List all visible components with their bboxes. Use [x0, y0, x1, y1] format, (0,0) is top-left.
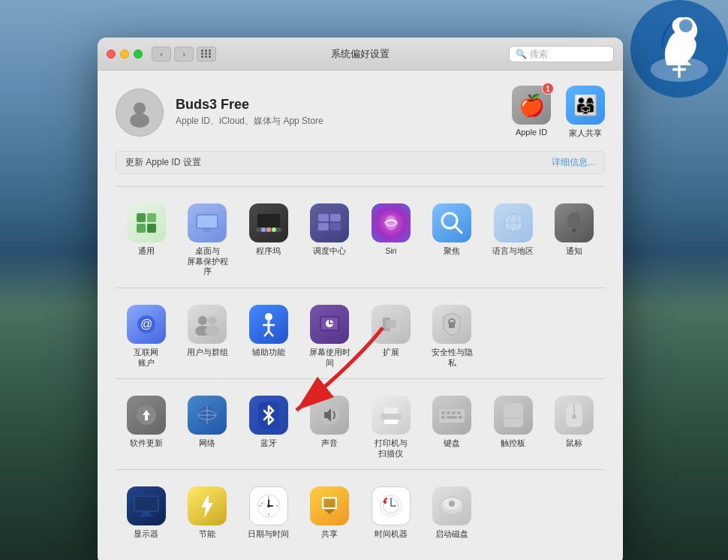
- svg-point-1: [679, 19, 693, 32]
- dock-icon: [249, 203, 288, 242]
- update-link[interactable]: 详细信息...: [552, 156, 595, 169]
- svg-rect-64: [447, 416, 457, 419]
- icon-sound[interactable]: 声音: [299, 391, 361, 463]
- icon-sharing[interactable]: 共享: [299, 482, 361, 544]
- maximize-button[interactable]: [134, 50, 143, 59]
- icon-users[interactable]: 用户与群组: [177, 300, 239, 372]
- avatar: [116, 89, 164, 137]
- icon-network[interactable]: 网络: [177, 391, 239, 463]
- svg-point-14: [266, 227, 271, 232]
- svg-line-22: [455, 226, 462, 233]
- general-label: 通用: [138, 246, 155, 257]
- icon-bluetooth[interactable]: 蓝牙: [238, 391, 299, 463]
- icon-mouse[interactable]: 鼠标: [544, 391, 606, 463]
- sharing-label: 共享: [321, 529, 338, 540]
- icon-energy[interactable]: 节能: [177, 482, 239, 544]
- traffic-lights: [107, 50, 143, 59]
- general-icon: [127, 203, 166, 242]
- svg-text:@: @: [140, 318, 152, 330]
- svg-rect-16: [318, 214, 329, 221]
- icon-extensions[interactable]: 扩展: [360, 300, 422, 372]
- icon-notify[interactable]: 通知: [544, 199, 606, 282]
- apple-id-icon: 🍎 1: [512, 86, 551, 125]
- quick-icons: 🍎 1 Apple ID 👨‍👩‍👧 家人共享: [512, 86, 605, 139]
- icon-siri[interactable]: Siri: [360, 199, 422, 282]
- svg-rect-66: [504, 403, 523, 427]
- svg-rect-11: [257, 214, 280, 229]
- title-bar: ‹ › 系统偏好设置 🔍: [98, 38, 623, 71]
- top-divider: [116, 186, 605, 187]
- energy-icon: [188, 486, 227, 525]
- user-subtitle: Apple ID、iCloud、媒体与 App Store: [176, 115, 512, 128]
- icon-internet[interactable]: @ 互联网账户: [116, 300, 177, 372]
- section-2-grid: @ 互联网账户 用户与群组 辅助功能 屏幕使用时间: [116, 300, 605, 372]
- trackpad-icon: [494, 396, 533, 435]
- display-icon: [127, 486, 166, 525]
- icon-access[interactable]: 辅助功能: [238, 300, 299, 372]
- family-label: 家人共享: [569, 128, 602, 139]
- internet-icon: @: [127, 305, 166, 344]
- svg-point-13: [261, 227, 266, 232]
- icon-printer[interactable]: 打印机与扫描仪: [360, 391, 422, 463]
- svg-point-33: [265, 313, 272, 321]
- energy-label: 节能: [199, 529, 215, 540]
- mouse-icon: [555, 396, 594, 435]
- printer-label: 打印机与扫描仪: [375, 438, 408, 459]
- knight-logo: [630, 0, 728, 98]
- svg-rect-6: [137, 224, 146, 233]
- icon-startup[interactable]: 启动磁盘: [422, 482, 483, 544]
- security-label: 安全性与隐私: [429, 348, 474, 368]
- svg-line-36: [264, 331, 269, 336]
- search-input[interactable]: [530, 49, 607, 59]
- spotlight-icon: [432, 203, 471, 242]
- mouse-label: 鼠标: [566, 438, 582, 449]
- icon-display[interactable]: 显示器: [116, 482, 177, 544]
- internet-label: 互联网账户: [134, 348, 158, 368]
- icon-language[interactable]: 语言与地区: [483, 199, 544, 282]
- minimize-button[interactable]: [120, 50, 129, 59]
- icon-screen-time[interactable]: 屏幕使用时间: [299, 300, 361, 372]
- icon-spotlight[interactable]: 聚焦: [422, 199, 483, 282]
- bluetooth-label: 蓝牙: [260, 438, 277, 449]
- svg-point-2: [134, 102, 146, 114]
- search-box[interactable]: 🔍: [509, 46, 614, 62]
- svg-rect-17: [330, 214, 341, 221]
- sharing-icon: [310, 486, 349, 525]
- nav-buttons: ‹ ›: [152, 47, 194, 62]
- apple-id-button[interactable]: 🍎 1 Apple ID: [512, 86, 551, 139]
- icon-keyboard[interactable]: 键盘: [422, 391, 483, 463]
- icon-desktop[interactable]: 桌面与屏幕保护程序: [177, 199, 239, 282]
- mission-icon: [310, 203, 349, 242]
- icon-software[interactable]: 软件更新: [116, 391, 177, 463]
- datetime-icon: 7: [249, 486, 288, 525]
- divider-3: [116, 469, 605, 470]
- forward-button[interactable]: ›: [174, 47, 194, 62]
- icon-trackpad[interactable]: 触控板: [483, 391, 544, 463]
- svg-rect-65: [459, 416, 462, 419]
- family-icon: 👨‍👩‍👧: [566, 86, 605, 125]
- family-sharing-button[interactable]: 👨‍👩‍👧 家人共享: [566, 86, 605, 139]
- svg-point-3: [130, 113, 149, 127]
- icon-datetime[interactable]: 7 日期与时间: [238, 482, 299, 544]
- icon-timemachine[interactable]: 时间机器: [360, 482, 422, 544]
- icon-security[interactable]: 安全性与隐私: [422, 300, 483, 372]
- keyboard-label: 键盘: [444, 438, 460, 449]
- icon-mission[interactable]: 调度中心: [299, 199, 361, 282]
- software-icon: [127, 396, 166, 435]
- back-button[interactable]: ‹: [152, 47, 171, 62]
- startup-icon: [432, 486, 471, 525]
- content-area: Buds3 Free Apple ID、iCloud、媒体与 App Store…: [98, 71, 623, 560]
- dock-label: 程序坞: [256, 246, 281, 257]
- icon-dock[interactable]: 程序坞: [238, 199, 299, 282]
- software-label: 软件更新: [130, 438, 163, 449]
- svg-point-29: [198, 316, 207, 325]
- svg-point-20: [385, 215, 397, 230]
- grid-view-button[interactable]: [197, 47, 216, 62]
- divider-1: [116, 288, 605, 288]
- icon-general[interactable]: 通用: [116, 199, 177, 282]
- extensions-label: 扩展: [383, 348, 399, 358]
- trackpad-label: 触控板: [501, 438, 525, 449]
- access-icon: [249, 305, 288, 344]
- security-icon: [432, 305, 471, 344]
- close-button[interactable]: [107, 50, 116, 59]
